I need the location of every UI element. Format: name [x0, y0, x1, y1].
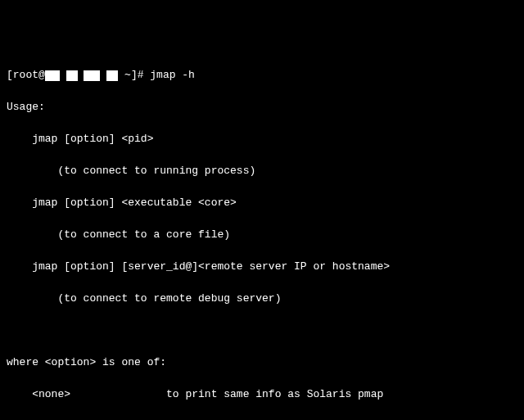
redacted-host-2 — [66, 70, 78, 81]
option-line: <none> to print same info as Solaris pma… — [7, 386, 517, 403]
usage-line: (to connect to remote debug server) — [7, 291, 517, 307]
usage-line: jmap [option] <executable <core> — [7, 195, 517, 211]
prompt-at: @ — [38, 69, 45, 81]
usage-line: jmap [option] [server_id@]<remote server… — [7, 259, 517, 275]
prompt-tail: ~]# — [118, 69, 150, 81]
usage-line: jmap [option] <pid> — [7, 131, 517, 147]
usage-line: (to connect to running process) — [7, 163, 517, 179]
where-header: where <option> is one of: — [7, 355, 517, 371]
prompt-line: [root@ ~]# jmap -h — [7, 67, 517, 84]
usage-line: (to connect to a core file) — [7, 227, 517, 243]
blank-line — [7, 323, 517, 339]
redacted-host-4 — [106, 70, 118, 81]
redacted-host-1 — [45, 70, 60, 81]
prompt-user: root — [13, 69, 38, 81]
redacted-host-3 — [84, 70, 100, 81]
usage-header: Usage: — [7, 99, 517, 115]
command-text: jmap -h — [150, 69, 195, 81]
